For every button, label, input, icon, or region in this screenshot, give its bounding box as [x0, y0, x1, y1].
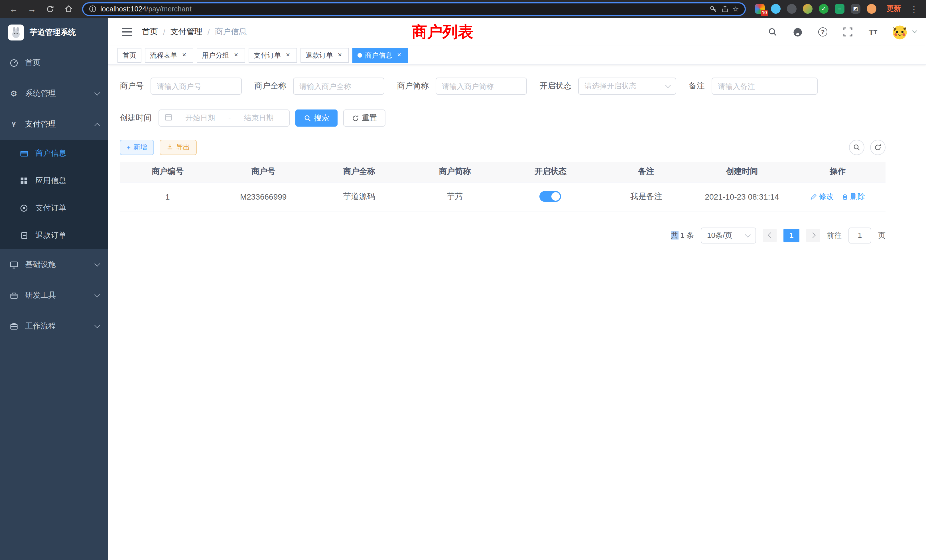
chevron-down-icon: [665, 82, 671, 88]
screen: ← → localhost:1024/pay/merchant ☆ 10: [0, 0, 926, 560]
remark-label: 备注: [689, 81, 712, 91]
prev-page-button[interactable]: [763, 229, 776, 242]
browser-chrome: ← → localhost:1024/pay/merchant ☆ 10: [0, 0, 926, 18]
breadcrumb-current: 商户信息: [215, 27, 247, 37]
date-end-placeholder: 结束日期: [234, 113, 283, 123]
document-icon: [20, 231, 29, 240]
github-icon[interactable]: [791, 25, 805, 39]
delete-button[interactable]: 删除: [841, 192, 865, 202]
fullscreen-icon[interactable]: [841, 25, 855, 39]
gear-icon: ⚙: [9, 89, 18, 98]
filter-row-1: 商户号 商户全称 商户简称 开启状态 请选择开启状态: [120, 77, 885, 95]
create-time-range-picker[interactable]: 开始日期 - 结束日期: [159, 109, 290, 127]
breadcrumb-home[interactable]: 首页: [142, 27, 158, 37]
refresh-icon[interactable]: [870, 140, 885, 155]
export-button[interactable]: 导出: [160, 140, 197, 155]
font-size-icon[interactable]: TT: [866, 25, 880, 39]
hamburger-icon[interactable]: [117, 22, 138, 42]
sidebar-item-infrastructure[interactable]: 基础设施: [0, 249, 108, 280]
tab-user-group[interactable]: 用户分组 ×: [197, 48, 245, 63]
extension-icon-blue-drop[interactable]: [771, 4, 781, 14]
tab-pay-order[interactable]: 支付订单 ×: [249, 48, 297, 63]
home-icon[interactable]: [61, 2, 76, 16]
close-icon[interactable]: ×: [395, 51, 403, 59]
sidebar: 芋道管理系统 首页 ⚙ 系统管理 ¥ 支付管理 商户信息: [0, 18, 108, 560]
merchant-no-input[interactable]: [151, 77, 242, 95]
close-icon[interactable]: ×: [336, 51, 344, 59]
status-select[interactable]: 请选择开启状态: [578, 77, 676, 95]
sidebar-item-dev-tools[interactable]: 研发工具: [0, 280, 108, 311]
col-header-create-time: 创建时间: [694, 162, 790, 182]
tab-home[interactable]: 首页: [118, 48, 141, 63]
extension-icon-avatar-multicolor[interactable]: [803, 4, 813, 14]
merchant-short-input[interactable]: [436, 77, 527, 95]
back-icon[interactable]: ←: [6, 2, 22, 16]
sidebar-item-app-info[interactable]: 应用信息: [0, 167, 108, 194]
goto-page-input[interactable]: [849, 227, 871, 243]
extension-icon-green-sheet[interactable]: ≡: [835, 4, 844, 14]
search-button[interactable]: 搜索: [295, 109, 337, 127]
active-tab-dot: [357, 53, 362, 58]
tab-merchant-info[interactable]: 商户信息 ×: [353, 48, 408, 63]
close-icon[interactable]: ×: [180, 51, 188, 59]
user-menu-caret-icon[interactable]: [912, 29, 917, 33]
add-button[interactable]: + 新增: [120, 140, 154, 155]
sidebar-item-merchant-info[interactable]: 商户信息: [0, 140, 108, 167]
remark-input[interactable]: [712, 77, 818, 95]
bookmark-star-icon[interactable]: ☆: [733, 5, 739, 13]
close-icon[interactable]: ×: [232, 51, 240, 59]
breadcrumb-payment[interactable]: 支付管理: [171, 27, 203, 37]
extension-icon-dark-circle[interactable]: [787, 4, 797, 14]
col-header-actions: 操作: [790, 162, 885, 182]
toggle-search-icon[interactable]: [849, 140, 864, 155]
forward-icon[interactable]: →: [24, 2, 40, 16]
merchant-name-input[interactable]: [293, 77, 384, 95]
user-avatar[interactable]: [891, 23, 908, 41]
col-header-id: 商户编号: [120, 162, 216, 182]
extension-icon-colorful[interactable]: 10: [755, 4, 765, 14]
total-suffix: 1 条: [678, 231, 694, 239]
cell-no: M233666999: [216, 182, 311, 212]
sidebar-item-payment[interactable]: ¥ 支付管理: [0, 109, 108, 140]
status-toggle[interactable]: [540, 191, 561, 202]
app-title: 芋道管理系统: [30, 27, 76, 38]
password-key-icon[interactable]: [709, 5, 717, 13]
yen-icon: ¥: [9, 120, 18, 129]
reset-button[interactable]: 重置: [343, 109, 386, 127]
briefcase-icon: [9, 322, 18, 331]
sidebar-item-workflow[interactable]: 工作流程: [0, 311, 108, 342]
extension-icon-orange-avatar[interactable]: [867, 4, 876, 14]
sidebar-logo[interactable]: 芋道管理系统: [0, 18, 108, 47]
tab-refund-order[interactable]: 退款订单 ×: [301, 48, 349, 63]
merchant-no-label: 商户号: [120, 81, 151, 91]
close-icon[interactable]: ×: [284, 51, 292, 59]
url-host: localhost:1024: [100, 5, 146, 13]
page-number-button[interactable]: 1: [784, 229, 799, 242]
tab-process-form[interactable]: 流程表单 ×: [145, 48, 193, 63]
help-icon[interactable]: ?: [816, 25, 830, 39]
extension-icon-green-check[interactable]: ✓: [819, 4, 829, 14]
merchant-name-label: 商户全称: [254, 81, 293, 91]
search-icon[interactable]: [766, 25, 779, 39]
next-page-button[interactable]: [806, 229, 820, 242]
table-header-row: 商户编号 商户号 商户全称 商户简称 开启状态 备注 创建时间 操作: [120, 162, 885, 182]
browser-menu-icon[interactable]: ⋮: [908, 4, 920, 14]
share-icon[interactable]: [721, 5, 729, 13]
sidebar-item-system[interactable]: ⚙ 系统管理: [0, 78, 108, 109]
reload-icon[interactable]: [42, 2, 58, 16]
sidebar-item-pay-order[interactable]: 支付订单: [0, 194, 108, 222]
sidebar-item-label: 商户信息: [35, 148, 66, 159]
reset-button-label: 重置: [362, 113, 377, 123]
address-bar[interactable]: localhost:1024/pay/merchant ☆: [82, 2, 746, 16]
sidebar-item-home[interactable]: 首页: [0, 47, 108, 78]
edit-button[interactable]: 修改: [810, 192, 834, 202]
add-button-label: 新增: [133, 142, 147, 152]
cell-id: 1: [120, 182, 216, 212]
sidebar-item-refund-order[interactable]: 退款订单: [0, 222, 108, 249]
browser-update-button[interactable]: 更新: [882, 4, 905, 14]
tags-view: 首页 流程表单 × 用户分组 × 支付订单 × 退款订单 × 商户信息 ×: [108, 46, 926, 65]
extension-icon-dark-puzzle[interactable]: ◩: [851, 4, 861, 14]
site-info-icon[interactable]: [89, 5, 96, 12]
cell-status: [502, 182, 598, 212]
page-size-select[interactable]: 10条/页: [701, 227, 756, 243]
